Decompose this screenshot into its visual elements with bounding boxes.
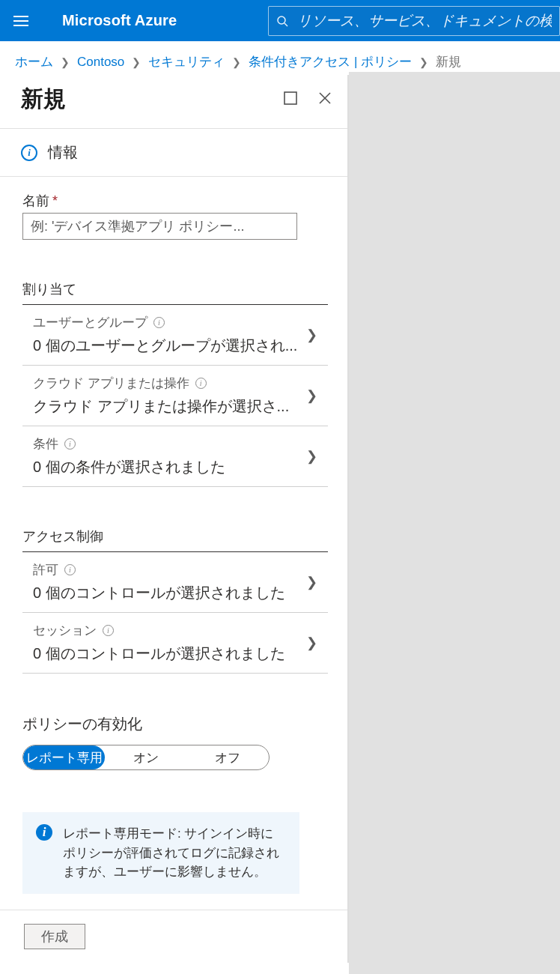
seg-report-only[interactable]: レポート専用 xyxy=(23,745,105,769)
item-cloud-apps[interactable]: クラウド アプリまたは操作i クラウド アプリまたは操作が選択さ... ❯ xyxy=(22,365,328,426)
chevron-right-icon: ❯ xyxy=(132,56,141,68)
breadcrumb-home[interactable]: ホーム xyxy=(15,53,53,70)
section-assignments: 割り当て xyxy=(22,280,328,304)
item-session-title: セッション xyxy=(33,622,97,639)
item-cond-title: 条件 xyxy=(33,435,58,453)
close-button[interactable] xyxy=(317,91,332,109)
blade-title-row: 新規 xyxy=(0,75,347,129)
svg-point-0 xyxy=(278,16,285,24)
info-bar[interactable]: i 情報 xyxy=(0,129,347,177)
enable-policy-label: ポリシーの有効化 xyxy=(22,714,328,734)
info-icon[interactable]: i xyxy=(195,378,207,389)
svg-rect-2 xyxy=(284,92,296,104)
item-conditions[interactable]: 条件i 0 個の条件が選択されました ❯ xyxy=(22,426,328,486)
name-field: 名前* xyxy=(22,192,328,240)
info-icon[interactable]: i xyxy=(153,317,165,328)
chevron-right-icon: ❯ xyxy=(306,327,322,343)
item-session-sub: 0 個のコントロールが選択されました xyxy=(33,644,285,664)
svg-line-1 xyxy=(284,23,287,26)
info-icon: i xyxy=(21,145,37,161)
chevron-right-icon: ❯ xyxy=(306,387,322,404)
item-users-title: ユーザーとグループ xyxy=(33,314,147,331)
breadcrumb: ホーム ❯ Contoso ❯ セキュリティ ❯ 条件付きアクセス | ポリシー… xyxy=(0,41,560,75)
page-title: 新規 xyxy=(21,84,66,115)
empty-panel xyxy=(349,72,560,974)
item-apps-sub: クラウド アプリまたは操作が選択さ... xyxy=(33,396,289,417)
item-cond-sub: 0 個の条件が選択されました xyxy=(33,457,225,477)
report-only-note: i レポート専用モード: サインイン時にポリシーが評価されてログに記録されますが… xyxy=(22,812,299,894)
item-grant-title: 許可 xyxy=(33,561,58,578)
breadcrumb-org[interactable]: Contoso xyxy=(77,55,124,70)
chevron-right-icon: ❯ xyxy=(306,574,322,590)
item-grant[interactable]: 許可i 0 個のコントロールが選択されました ❯ xyxy=(22,552,328,612)
note-text: レポート専用モード: サインイン時にポリシーが評価されてログに記録されますが、ユ… xyxy=(63,824,286,882)
item-session[interactable]: セッションi 0 個のコントロールが選択されました ❯ xyxy=(22,612,328,673)
menu-button[interactable] xyxy=(0,0,41,41)
hamburger-icon xyxy=(13,16,28,26)
name-label: 名前 xyxy=(22,193,49,208)
breadcrumb-current: 新規 xyxy=(436,53,461,70)
item-users-sub: 0 個のユーザーとグループが選択され... xyxy=(33,336,297,356)
chevron-right-icon: ❯ xyxy=(61,56,70,68)
section-access-control: アクセス制御 xyxy=(22,527,328,551)
item-users-groups[interactable]: ユーザーとグループi 0 個のユーザーとグループが選択され... ❯ xyxy=(22,305,328,365)
create-button[interactable]: 作成 xyxy=(24,924,85,949)
info-label: 情報 xyxy=(48,142,78,163)
chevron-right-icon: ❯ xyxy=(232,56,241,68)
info-icon[interactable]: i xyxy=(103,625,114,636)
info-icon[interactable]: i xyxy=(64,564,76,575)
blade-panel: 新規 i 情報 名前* 割り当て ユーザーとグループi xyxy=(0,75,349,963)
brand-label: Microsoft Azure xyxy=(41,12,207,29)
enable-policy-toggle[interactable]: レポート専用 オン オフ xyxy=(22,745,270,770)
item-grant-sub: 0 個のコントロールが選択されました xyxy=(33,583,285,603)
name-input[interactable] xyxy=(22,213,297,240)
blade-footer: 作成 xyxy=(0,910,347,963)
breadcrumb-ca[interactable]: 条件付きアクセス | ポリシー xyxy=(249,53,412,70)
seg-off[interactable]: オフ xyxy=(187,745,269,769)
search-input[interactable] xyxy=(297,13,552,29)
chevron-right-icon: ❯ xyxy=(306,635,322,651)
item-apps-title: クラウド アプリまたは操作 xyxy=(33,375,189,392)
info-icon: i xyxy=(36,824,52,841)
info-icon[interactable]: i xyxy=(64,438,76,450)
maximize-button[interactable] xyxy=(283,91,298,109)
chevron-right-icon: ❯ xyxy=(419,56,428,68)
chevron-right-icon: ❯ xyxy=(306,448,322,465)
breadcrumb-security[interactable]: セキュリティ xyxy=(148,53,225,70)
required-mark: * xyxy=(52,193,58,208)
seg-on[interactable]: オン xyxy=(105,745,186,769)
search-icon xyxy=(276,14,290,28)
global-search[interactable] xyxy=(268,6,560,36)
form-scroll[interactable]: 名前* 割り当て ユーザーとグループi 0 個のユーザーとグループが選択され..… xyxy=(0,177,347,910)
top-header: Microsoft Azure xyxy=(0,0,560,41)
